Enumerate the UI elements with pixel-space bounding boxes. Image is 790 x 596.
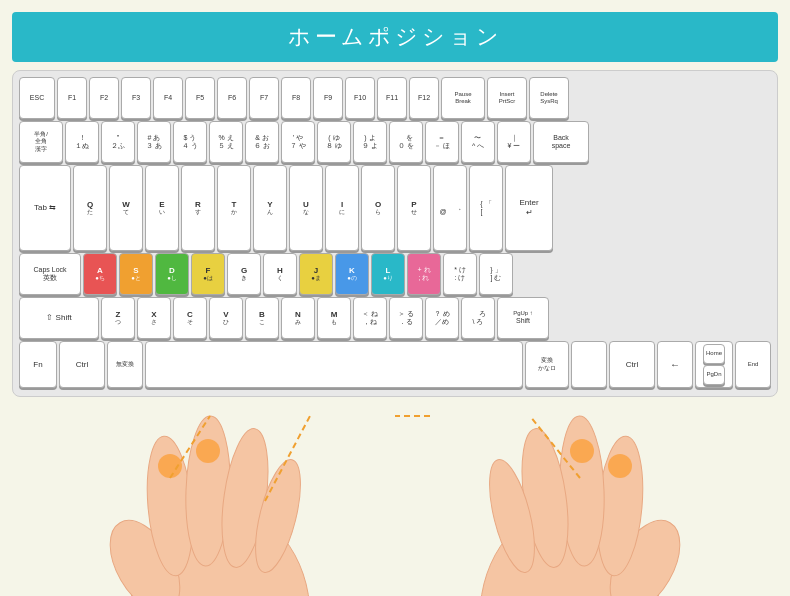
key-i[interactable]: Iに (325, 165, 359, 251)
key-f8[interactable]: F8 (281, 77, 311, 119)
key-insert[interactable]: InsertPrtScr (487, 77, 527, 119)
svg-point-15 (481, 455, 544, 576)
key-ctrl-right[interactable]: Ctrl (609, 341, 655, 388)
key-slash[interactable]: ？ め／め (425, 297, 459, 339)
page-title: ホームポジション (288, 24, 503, 49)
svg-point-1 (96, 509, 194, 596)
key-r[interactable]: Rす (181, 165, 215, 251)
key-1[interactable]: ！１ぬ (65, 121, 99, 163)
key-semicolon[interactable]: + れ; れ (407, 253, 441, 295)
key-backspace[interactable]: Backspace (533, 121, 589, 163)
key-m[interactable]: Mも (317, 297, 351, 339)
key-caret[interactable]: 〜^ へ (461, 121, 495, 163)
svg-point-6 (158, 454, 182, 478)
key-end[interactable]: End (735, 341, 771, 388)
right-hand (395, 415, 694, 596)
key-delete[interactable]: DeleteSysRq (529, 77, 569, 119)
svg-point-5 (247, 455, 310, 576)
svg-point-11 (596, 509, 694, 596)
key-l[interactable]: L●り (371, 253, 405, 295)
key-f11[interactable]: F11 (377, 77, 407, 119)
key-f5[interactable]: F5 (185, 77, 215, 119)
key-f2[interactable]: F2 (89, 77, 119, 119)
key-close-bracket[interactable]: } 」] む (479, 253, 513, 295)
key-fn[interactable]: Fn (19, 341, 57, 388)
key-t[interactable]: Tか (217, 165, 251, 251)
row-qwerty: Tab ⇆ Qた Wて Eい Rす Tか Yん Uな Iに Oら Pせ @ ゛ … (19, 165, 771, 251)
svg-point-14 (514, 426, 575, 570)
key-e[interactable]: Eい (145, 165, 179, 251)
key-s[interactable]: S●と (119, 253, 153, 295)
key-u[interactable]: Uな (289, 165, 323, 251)
key-h[interactable]: Hく (263, 253, 297, 295)
key-c[interactable]: Cそ (173, 297, 207, 339)
key-6[interactable]: & お６ お (245, 121, 279, 163)
key-d[interactable]: D●し (155, 253, 189, 295)
key-enter[interactable]: Enter↵ (505, 165, 553, 251)
key-q[interactable]: Qた (73, 165, 107, 251)
key-at[interactable]: @ ゛ (433, 165, 467, 251)
key-b[interactable]: Bこ (245, 297, 279, 339)
svg-line-9 (265, 416, 310, 501)
key-x[interactable]: Xさ (137, 297, 171, 339)
key-p[interactable]: Pせ (397, 165, 431, 251)
key-j[interactable]: J●ま (299, 253, 333, 295)
key-v[interactable]: Vひ (209, 297, 243, 339)
key-o[interactable]: Oら (361, 165, 395, 251)
key-a[interactable]: A●ち (83, 253, 117, 295)
key-f6[interactable]: F6 (217, 77, 247, 119)
key-ctrl-left[interactable]: Ctrl (59, 341, 105, 388)
key-z[interactable]: Zつ (101, 297, 135, 339)
svg-point-4 (214, 426, 275, 570)
key-0[interactable]: を０ を (389, 121, 423, 163)
key-3[interactable]: # あ３ あ (137, 121, 171, 163)
key-9[interactable]: ) よ９ よ (353, 121, 387, 163)
key-f12[interactable]: F12 (409, 77, 439, 119)
key-yen[interactable]: ｜¥ ー (497, 121, 531, 163)
key-f10[interactable]: F10 (345, 77, 375, 119)
key-f3[interactable]: F3 (121, 77, 151, 119)
key-home[interactable]: Home (703, 344, 725, 364)
key-shift-left[interactable]: ⇧ Shift (19, 297, 99, 339)
key-open-bracket[interactable]: { 「[ (469, 165, 503, 251)
key-8[interactable]: ( ゆ８ ゆ (317, 121, 351, 163)
key-pause[interactable]: PauseBreak (441, 77, 485, 119)
key-f1[interactable]: F1 (57, 77, 87, 119)
key-g[interactable]: Gき (227, 253, 261, 295)
key-colon[interactable]: * け: け (443, 253, 477, 295)
left-hand (96, 415, 310, 596)
key-caps-lock[interactable]: Caps Lock英数 (19, 253, 81, 295)
key-left-arrow[interactable]: ← (657, 341, 693, 388)
key-f9[interactable]: F9 (313, 77, 343, 119)
key-5[interactable]: % え５ え (209, 121, 243, 163)
key-pgdn[interactable]: PgDn (703, 365, 724, 385)
key-esc[interactable]: ESC (19, 77, 55, 119)
key-f7[interactable]: F7 (249, 77, 279, 119)
key-f4[interactable]: F4 (153, 77, 183, 119)
key-2[interactable]: "２ふ (101, 121, 135, 163)
key-period[interactable]: ＞ る．る (389, 297, 423, 339)
key-henkan[interactable]: 変換かなロ (525, 341, 569, 388)
svg-point-13 (557, 415, 606, 566)
key-4[interactable]: $ う４ う (173, 121, 207, 163)
key-minus[interactable]: ＝－ ほ (425, 121, 459, 163)
key-alt-right[interactable] (571, 341, 607, 388)
key-backslash[interactable]: ろ\ ろ (461, 297, 495, 339)
svg-line-19 (530, 416, 580, 478)
key-alt-left[interactable]: 無変換 (107, 341, 143, 388)
key-shift-right[interactable]: PgUp ↑ Shift (497, 297, 549, 339)
key-n[interactable]: Nみ (281, 297, 315, 339)
key-comma[interactable]: ＜ ね，ね (353, 297, 387, 339)
key-f[interactable]: F●は (191, 253, 225, 295)
key-7[interactable]: ' や７ や (281, 121, 315, 163)
row-function: ESC F1 F2 F3 F4 F5 F6 F7 F8 F9 F10 F11 F… (19, 77, 771, 119)
key-tab[interactable]: Tab ⇆ (19, 165, 71, 251)
svg-point-12 (592, 434, 648, 577)
key-k[interactable]: K●の (335, 253, 369, 295)
svg-point-3 (183, 415, 232, 566)
key-w[interactable]: Wて (109, 165, 143, 251)
key-space[interactable] (145, 341, 523, 388)
key-y[interactable]: Yん (253, 165, 287, 251)
page-wrapper: ホームポジション ESC F1 F2 F3 F4 F5 F6 F7 F8 F9 … (0, 12, 790, 397)
key-hankaku[interactable]: 半角/全角漢字 (19, 121, 63, 163)
